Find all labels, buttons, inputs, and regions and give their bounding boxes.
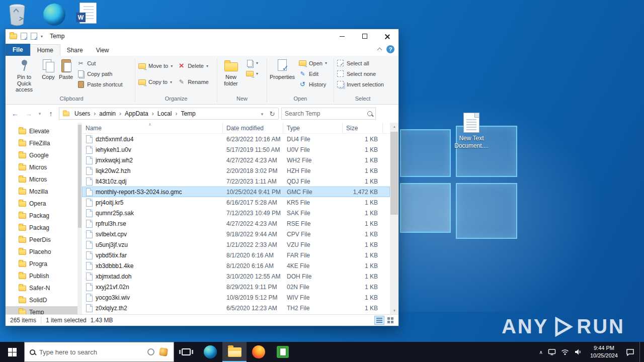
sidebar-item[interactable]: Packag [6,222,77,234]
close-button[interactable] [376,29,398,43]
copy-button[interactable]: Copy [40,57,57,82]
tab-share[interactable]: Share [60,45,90,56]
network-tray-icon[interactable] [561,348,569,355]
show-hidden-icons-button[interactable] [539,349,543,355]
sidebar-item[interactable]: PeerDis [6,234,77,246]
word-document-icon[interactable]: W [79,3,97,24]
new-text-document-icon[interactable]: New Text Document.... [452,113,491,150]
search-box[interactable] [281,108,376,120]
file-row[interactable]: u5unj3jf.vzu1/21/2022 2:33 AMVZU File1 K… [82,239,390,250]
breadcrumb-users[interactable]: Users [72,109,97,118]
taskbar-file-explorer-button[interactable] [222,342,247,362]
sidebar-item[interactable]: Placeho [6,246,77,258]
qat-new-folder-icon[interactable] [31,33,37,40]
properties-button[interactable]: Properties [268,57,297,82]
sidebar-item[interactable]: Packag [6,210,77,222]
tree-scrollbar[interactable] [77,123,82,314]
file-row[interactable]: xb3dbbb1.4ke8/1/2020 6:16 AM4KE File1 KB [82,260,390,271]
column-header-date-modified[interactable]: Date modified [223,123,283,133]
select-all-button[interactable]: Select all [335,58,386,68]
thumbnails-view-button[interactable] [385,316,395,325]
address-dropdown-icon[interactable] [257,110,267,117]
move-to-button[interactable]: Move to [136,58,175,74]
recycle-bin-icon[interactable] [6,2,28,27]
display-tray-icon[interactable] [548,348,556,355]
copy-path-button[interactable]: Copy path [75,68,124,79]
qat-customize-arrow-icon[interactable] [41,34,43,39]
file-row[interactable]: xxyj21vf.02n8/29/2021 9:11 PM02N File1 K… [82,282,390,292]
file-row[interactable]: lt43t10z.qdj7/22/2023 1:11 AMQDJ File1 K… [82,176,390,187]
address-box[interactable]: Users admin AppData Local Temp [59,108,279,120]
column-header-size[interactable]: Size [343,123,383,133]
cortana-icon[interactable] [147,348,154,355]
tab-file[interactable]: File [6,44,30,56]
help-button[interactable]: ? [386,45,394,53]
forward-button[interactable] [23,108,34,119]
rename-button[interactable]: Rename [175,74,211,90]
file-row[interactable]: vpbd5tix.far8/1/2020 6:16 AMFAR File1 KB [82,250,390,260]
breadcrumb-temp[interactable]: Temp [178,109,196,118]
file-row[interactable]: xbjmxtad.doh3/10/2020 12:55 AMDOH File1 … [82,271,390,282]
qat-properties-icon[interactable] [21,33,27,40]
sidebar-item[interactable]: Publish [6,270,77,282]
list-scrollbar[interactable] [390,123,398,314]
back-button[interactable] [10,108,21,119]
refresh-icon[interactable] [267,110,277,118]
taskbar-search-input[interactable] [39,348,143,356]
sidebar-item[interactable]: Mozilla [6,186,77,198]
tab-home[interactable]: Home [30,44,60,56]
sidebar-item[interactable]: FileZilla [6,137,77,149]
delete-button[interactable]: Delete [175,58,211,74]
file-row[interactable]: dzh5xnmf.du46/23/2022 10:16 AMDU4 File1 … [82,134,390,144]
action-center-button[interactable] [626,348,634,356]
sidebar-item-temp[interactable]: Temp [6,306,77,314]
task-view-button[interactable] [174,342,198,362]
file-row[interactable]: prj4oitj.kr56/16/2017 5:28 AMKR5 File1 K… [82,197,390,208]
history-button[interactable]: History [297,79,329,89]
edge-shortcut-icon[interactable] [43,4,65,26]
minimize-button[interactable] [331,29,353,43]
show-desktop-button[interactable] [639,342,642,362]
edit-button[interactable]: Edit [297,68,329,79]
tab-view[interactable]: View [90,45,116,56]
paste-button[interactable]: Paste [57,57,75,82]
taskbar-search[interactable] [24,342,174,362]
up-button[interactable] [45,108,56,119]
sidebar-item[interactable]: Progra [6,258,77,270]
pin-to-quick-access-button[interactable]: Pin to Quick access [9,57,40,95]
search-highlights-icon[interactable] [158,347,169,357]
file-row[interactable]: qumnr25p.sak7/12/2023 10:49 PMSAK File1 … [82,208,390,218]
scroll-up-icon[interactable] [390,123,398,131]
collapse-ribbon-icon[interactable] [377,48,382,53]
taskbar-firefox-button[interactable] [247,342,271,362]
new-folder-button[interactable]: New folder [218,57,244,88]
sidebar-item[interactable]: Google [6,149,77,161]
cut-button[interactable]: Cut [75,58,124,68]
search-input[interactable] [285,110,367,117]
sidebar-item[interactable]: Opera [6,198,77,210]
breadcrumb-appdata[interactable]: AppData [122,109,155,118]
volume-tray-icon[interactable] [574,348,582,355]
file-row[interactable]: iehykeh1.u0v5/17/2019 11:50 AMU0V File1 … [82,144,390,155]
recent-locations-arrow-icon[interactable] [37,108,43,119]
sidebar-item[interactable]: SolidD [6,294,77,306]
file-row[interactable]: jmxkwqkj.wh24/27/2022 4:23 AMWH2 File1 K… [82,155,390,165]
file-row[interactable]: yocgo3ki.wiv10/8/2019 5:12 PMWIV File1 K… [82,292,390,303]
tree-scrollbar-thumb[interactable] [78,125,82,228]
sidebar-item[interactable]: Micros [6,161,77,173]
file-row[interactable]: rpfrul3h.rse4/27/2022 4:23 AMRSE File1 K… [82,218,390,229]
invert-selection-button[interactable]: Invert selection [335,79,386,89]
file-row-selected[interactable]: monthly-report-S3-2024.iso.gmc10/25/2024… [82,187,390,197]
details-view-button[interactable] [374,316,384,325]
file-row[interactable]: svlbelxt.cpv9/18/2022 9:44 AMCPV File1 K… [82,229,390,239]
file-row[interactable]: z0xlqlyz.th26/5/2020 12:23 AMTH2 File1 K… [82,303,390,313]
breadcrumb-local[interactable]: Local [155,109,179,118]
paste-shortcut-button[interactable]: Paste shortcut [75,79,124,89]
scroll-down-icon[interactable] [390,306,398,314]
open-button[interactable]: Open [297,58,329,68]
taskbar-edge-button[interactable] [198,342,222,362]
sidebar-item[interactable]: Elevate [6,125,77,137]
breadcrumb-admin[interactable]: admin [97,109,122,118]
start-button[interactable] [0,342,24,362]
file-row[interactable]: liqk20w2.hzh2/20/2018 3:02 PMHZH File1 K… [82,165,390,176]
